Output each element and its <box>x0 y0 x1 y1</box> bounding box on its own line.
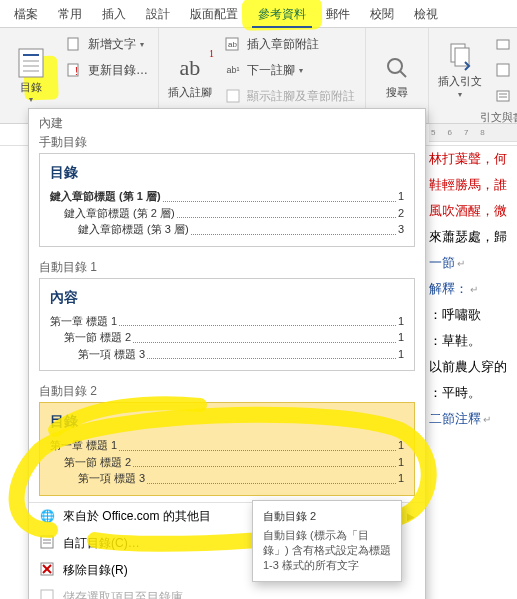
tooltip-title: 自動目錄 2 <box>263 509 391 524</box>
style-icon <box>493 60 513 80</box>
gallery-item-auto-toc-2[interactable]: 目錄 第一章 標題 11第一節 標題 21第一項 標題 31 <box>39 402 415 496</box>
update-toc-icon: ! <box>64 60 84 80</box>
preview-row-text: 第一節 標題 2 <box>64 329 131 346</box>
svg-rect-5 <box>68 38 78 50</box>
svg-rect-16 <box>497 40 509 49</box>
ruler-mark: 6 <box>447 125 451 141</box>
endnote-icon: ab <box>223 34 243 54</box>
preview-row-text: 鍵入章節標題 (第 2 層) <box>64 205 175 222</box>
more-from-office-label: 來自於 Office.com 的其他目 <box>63 508 211 525</box>
chevron-down-icon: ▾ <box>299 66 303 75</box>
svg-text:!: ! <box>75 66 78 77</box>
ribbon-tabs: 檔案 常用 插入 設計 版面配置 參考資料 郵件 校閱 檢視 <box>0 0 517 28</box>
tab-insert[interactable]: 插入 <box>92 0 136 28</box>
svg-point-12 <box>388 59 402 73</box>
document-line: 解釋：↵ <box>429 276 515 302</box>
chevron-down-icon: ▾ <box>140 40 144 49</box>
preview-title: 目錄 <box>50 413 404 431</box>
paragraph-mark-icon: ↵ <box>470 284 478 295</box>
gallery-item-auto-toc-1[interactable]: 內容 第一章 標題 11第一節 標題 21第一項 標題 31 <box>39 278 415 372</box>
document-area: 5 6 7 8 林打葉聲，何鞋輕勝馬，誰風吹酒醒，微來蕭瑟處，歸一節↵解釋：↵：… <box>429 124 517 598</box>
preview-row-text: 第一項 標題 3 <box>78 470 145 487</box>
smart-lookup-label: 搜尋 <box>386 86 408 98</box>
leader-dots <box>163 188 396 202</box>
leader-dots <box>177 205 396 219</box>
tooltip: 自動目錄 2 自動目錄 (標示為「目錄」) 含有格式設定為標題 1-3 樣式的所… <box>252 500 402 582</box>
update-toc-button[interactable]: ! 更新目錄… <box>60 58 152 82</box>
tab-view[interactable]: 檢視 <box>404 0 448 28</box>
preview-row-page: 1 <box>398 470 404 487</box>
remove-toc-label: 移除目錄(R) <box>63 562 128 579</box>
preview-row-page: 1 <box>398 346 404 363</box>
preview-row: 第一節 標題 21 <box>50 454 404 471</box>
next-footnote-icon: ab¹ <box>223 60 243 80</box>
next-footnote-button[interactable]: ab¹ 下一註腳 ▾ <box>219 58 359 82</box>
insert-endnote-button[interactable]: ab 插入章節附註 <box>219 32 359 56</box>
document-line: 來蕭瑟處，歸 <box>429 224 515 250</box>
document-line: ：草鞋。 <box>429 328 515 354</box>
preview-row: 第一章 標題 11 <box>50 313 404 330</box>
citation-style-dropdown[interactable]: 樣式: <box>489 58 517 82</box>
paragraph-mark-icon: ↵ <box>483 414 491 425</box>
group-label-citations: 引文與書 <box>435 108 517 125</box>
insert-footnote-label: 插入註腳 <box>168 86 212 98</box>
leader-dots <box>133 454 396 468</box>
tab-file[interactable]: 檔案 <box>4 0 48 28</box>
show-notes-button: 顯示註腳及章節附註 <box>219 84 359 108</box>
paragraph-mark-icon: ↵ <box>457 258 465 269</box>
globe-icon: 🌐 <box>39 509 55 523</box>
insert-citation-button[interactable]: 插入引文 ▾ <box>435 32 485 108</box>
preview-row-text: 第一章 標題 1 <box>50 437 117 454</box>
document-line: 一節↵ <box>429 250 515 276</box>
tab-design[interactable]: 設計 <box>136 0 180 28</box>
document-line: 風吹酒醒，微 <box>429 198 515 224</box>
ruler: 5 6 7 8 <box>429 124 517 142</box>
document-line: 鞋輕勝馬，誰 <box>429 172 515 198</box>
document-text[interactable]: 林打葉聲，何鞋輕勝馬，誰風吹酒醒，微來蕭瑟處，歸一節↵解釋：↵：呼嘯歌：草鞋。以… <box>429 142 517 432</box>
leader-dots <box>147 346 396 360</box>
preview-row: 第一項 標題 31 <box>50 470 404 487</box>
preview-row-page: 1 <box>398 188 404 205</box>
smart-lookup-button[interactable]: 搜尋 <box>372 32 422 119</box>
update-toc-label: 更新目錄… <box>88 62 148 79</box>
manage-sources-icon <box>493 34 513 54</box>
preview-row: 第一章 標題 11 <box>50 437 404 454</box>
manage-sources-button[interactable]: 管理來源 <box>489 32 517 56</box>
tooltip-body: 自動目錄 (標示為「目錄」) 含有格式設定為標題 1-3 樣式的所有文字 <box>263 528 391 573</box>
chevron-down-icon: ▾ <box>29 95 33 104</box>
insert-endnote-label: 插入章節附註 <box>247 36 319 53</box>
tab-review[interactable]: 校閱 <box>360 0 404 28</box>
toc-icon <box>15 47 47 79</box>
document-line: 林打葉聲，何 <box>429 146 515 172</box>
bibliography-icon <box>493 86 513 106</box>
svg-text:＋: ＋ <box>80 37 81 45</box>
leader-dots <box>119 313 396 327</box>
preview-row-text: 第一項 標題 3 <box>78 346 145 363</box>
preview-row-text: 第一章 標題 1 <box>50 313 117 330</box>
remove-toc-icon <box>39 562 55 579</box>
toc-button[interactable]: 目錄 ▾ <box>6 32 56 119</box>
preview-row: 鍵入章節標題 (第 3 層)3 <box>50 221 404 238</box>
preview-row: 第一節 標題 21 <box>50 329 404 346</box>
new-text-label: 新增文字 <box>88 36 136 53</box>
preview-row-page: 1 <box>398 329 404 346</box>
tab-home[interactable]: 常用 <box>48 0 92 28</box>
gallery-section-auto2: 自動目錄 2 <box>29 377 425 402</box>
insert-citation-icon <box>444 41 476 73</box>
tab-mailings[interactable]: 郵件 <box>316 0 360 28</box>
custom-toc-icon <box>39 535 55 552</box>
tab-layout[interactable]: 版面配置 <box>180 0 248 28</box>
insert-footnote-button[interactable]: ab1 插入註腳 <box>165 32 215 119</box>
bibliography-button[interactable]: 書目 <box>489 84 517 108</box>
document-line: 以前農人穿的 <box>429 354 515 380</box>
gallery-item-manual-toc[interactable]: 目錄 鍵入章節標題 (第 1 層)1鍵入章節標題 (第 2 層)2鍵入章節標題 … <box>39 153 415 247</box>
preview-row-page: 3 <box>398 221 404 238</box>
preview-row: 鍵入章節標題 (第 1 層)1 <box>50 188 404 205</box>
search-icon <box>381 52 413 84</box>
new-text-button[interactable]: ＋ 新增文字 ▾ <box>60 32 152 56</box>
custom-toc-label: 自訂目錄(C)… <box>63 535 140 552</box>
insert-citation-label: 插入引文 <box>438 75 482 87</box>
save-gallery-icon <box>39 589 55 600</box>
tab-references[interactable]: 參考資料 <box>248 0 316 28</box>
chevron-down-icon: ▾ <box>458 90 462 99</box>
